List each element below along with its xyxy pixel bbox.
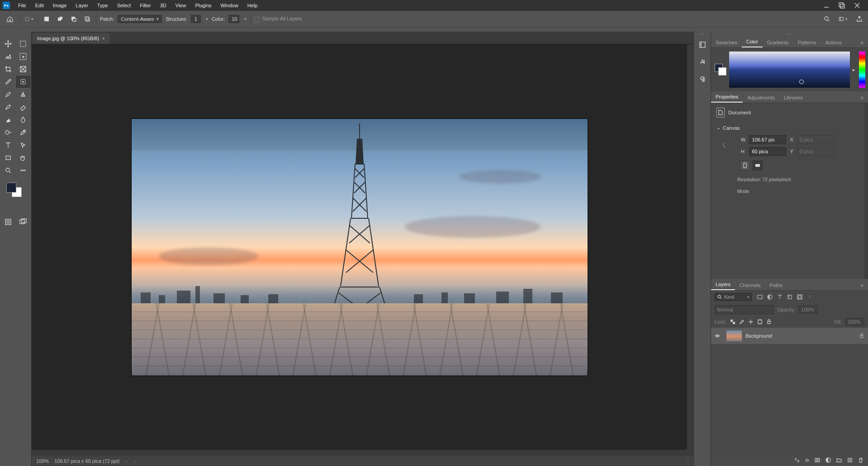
filter-type-icon[interactable] [777, 294, 783, 300]
x-input[interactable]: 0 pica [797, 135, 834, 144]
add-selection-icon[interactable] [55, 14, 65, 24]
menu-layer[interactable]: Layer [71, 1, 93, 10]
tab-gradients[interactable]: Gradients [763, 38, 793, 47]
patch-tool[interactable] [16, 76, 31, 88]
panel-menu-icon[interactable]: ≡ [856, 38, 868, 47]
tab-patterns[interactable]: Patterns [793, 38, 821, 47]
clone-stamp-tool[interactable] [16, 89, 31, 100]
history-brush-tool[interactable] [1, 101, 15, 113]
menu-window[interactable]: Window [216, 1, 243, 10]
new-layer-icon[interactable] [847, 457, 853, 463]
foreground-swatch[interactable] [6, 183, 16, 193]
frame-tool[interactable] [16, 63, 31, 75]
object-select-tool[interactable] [16, 51, 31, 62]
blur-tool[interactable] [16, 114, 31, 126]
search-icon[interactable] [822, 14, 832, 24]
menu-type[interactable]: Type [93, 1, 113, 10]
adjustment-icon[interactable] [825, 457, 831, 463]
hand-tool[interactable] [16, 152, 31, 164]
subtract-selection-icon[interactable] [69, 14, 79, 24]
window-maximize-button[interactable] [837, 1, 846, 10]
dock-character-icon[interactable] [694, 53, 711, 71]
new-selection-icon[interactable] [42, 14, 52, 24]
menu-view[interactable]: View [171, 1, 191, 10]
tool-preset-icon[interactable]: ▾ [24, 14, 34, 24]
properties-scrollbar[interactable] [864, 103, 868, 279]
lock-image-icon[interactable] [739, 319, 745, 325]
lock-all-icon[interactable] [766, 319, 772, 325]
filter-smart-icon[interactable] [797, 294, 802, 300]
gradient-tool[interactable] [1, 114, 15, 126]
filter-toggle-icon[interactable] [807, 294, 812, 300]
opacity-input[interactable]: 100% [799, 306, 818, 314]
landscape-button[interactable] [753, 160, 763, 170]
canvas-area[interactable] [32, 44, 687, 450]
color-value-input[interactable]: 10 [228, 15, 239, 23]
rectangle-tool[interactable] [1, 152, 15, 164]
window-close-button[interactable] [853, 1, 862, 10]
tab-channels[interactable]: Channels [735, 280, 765, 290]
menu-filter[interactable]: Filter [135, 1, 155, 10]
fx-icon[interactable]: fx [805, 457, 809, 463]
color-field[interactable] [729, 52, 850, 88]
link-layers-icon[interactable] [794, 457, 800, 463]
dock-history-icon[interactable] [694, 36, 711, 53]
menu-image[interactable]: Image [48, 1, 71, 10]
fill-input[interactable]: 100% [845, 318, 864, 326]
filter-pixel-icon[interactable] [757, 294, 763, 300]
patch-mode-select[interactable]: Content-Aware▾ [118, 15, 162, 23]
canvas-section-toggle[interactable]: ⌄Canvas [716, 125, 859, 131]
dock-paragraph-icon[interactable] [694, 71, 711, 88]
link-wh-icon[interactable] [721, 135, 726, 156]
tab-paths[interactable]: Paths [765, 280, 787, 290]
menu-edit[interactable]: Edit [31, 1, 48, 10]
zoom-tool[interactable] [1, 165, 15, 176]
lock-transparent-icon[interactable] [730, 319, 735, 325]
menu-plugins[interactable]: Plugins [190, 1, 216, 10]
tab-color[interactable]: Color [742, 37, 763, 47]
home-button[interactable] [4, 13, 16, 25]
lock-artboard-icon[interactable] [757, 319, 763, 325]
y-input[interactable]: 0 pica [797, 147, 834, 156]
screenmode-icon[interactable] [18, 216, 28, 228]
move-tool[interactable] [1, 38, 15, 50]
sample-all-layers-checkbox[interactable]: Sample All Layers [254, 16, 302, 22]
panel-menu-icon[interactable]: ≡ [856, 93, 868, 103]
marquee-tool[interactable] [16, 38, 31, 50]
view-mode-icon[interactable]: ▾ [838, 14, 848, 24]
delete-icon[interactable] [858, 457, 863, 463]
tab-close-icon[interactable]: × [102, 36, 104, 41]
lock-position-icon[interactable] [748, 319, 754, 325]
filter-adjust-icon[interactable] [767, 294, 773, 300]
share-icon[interactable] [854, 14, 864, 24]
dodge-tool[interactable] [1, 127, 15, 138]
height-input[interactable]: 60 pica [749, 147, 786, 156]
group-icon[interactable] [836, 457, 842, 463]
layer-name[interactable]: Background [745, 333, 772, 339]
mini-swatches[interactable] [715, 64, 726, 75]
menu-3d[interactable]: 3D [156, 1, 171, 10]
portrait-button[interactable] [740, 160, 750, 170]
layer-row-background[interactable]: Background [711, 328, 868, 344]
mask-icon[interactable] [815, 457, 820, 463]
intersect-selection-icon[interactable] [82, 14, 92, 24]
brush-tool[interactable] [1, 89, 15, 100]
color-swatches[interactable] [1, 181, 30, 203]
type-tool[interactable] [1, 139, 15, 151]
hue-slider[interactable] [859, 52, 865, 88]
pen-tool[interactable] [16, 127, 31, 138]
path-select-tool[interactable] [16, 139, 31, 151]
filter-shape-icon[interactable] [787, 294, 792, 300]
menu-file[interactable]: File [14, 1, 31, 10]
lasso-tool[interactable] [1, 51, 15, 62]
horizontal-scrollbar[interactable] [32, 450, 693, 456]
quickmask-icon[interactable] [3, 216, 14, 228]
window-minimize-button[interactable] [822, 1, 831, 10]
crop-tool[interactable] [1, 63, 15, 75]
edit-toolbar[interactable] [16, 165, 31, 176]
layer-filter-select[interactable]: ▾ [715, 293, 752, 301]
eraser-tool[interactable] [16, 101, 31, 113]
tab-layers[interactable]: Layers [711, 279, 735, 290]
tab-adjustments[interactable]: Adjustments [743, 93, 779, 103]
tab-swatches[interactable]: Swatches [711, 38, 742, 47]
